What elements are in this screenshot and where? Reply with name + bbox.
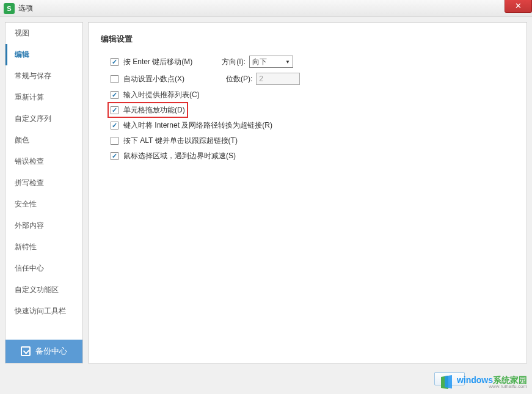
sidebar: 视图 编辑 常规与保存 重新计算 自定义序列 颜色 错误检查 拼写检查 安全性 … (5, 22, 83, 363)
option-alt-click-hyperlink: 按下 ALT 键并单击以跟踪超链接(T) (101, 133, 514, 148)
label-alt-click-hyperlink[interactable]: 按下 ALT 键并单击以跟踪超链接(T) (123, 136, 238, 146)
sidebar-item-custom-list[interactable]: 自定义序列 (5, 108, 82, 130)
panel-title: 编辑设置 (101, 34, 514, 45)
checkbox-enter-move[interactable] (111, 58, 118, 66)
backup-icon (21, 346, 31, 356)
option-auto-decimal: 自动设置小数点(X) 位数(P): 2 (101, 70, 514, 87)
direction-field: 方向(I): 向下 ▼ (222, 56, 293, 68)
checkbox-mouse-decelerate[interactable] (111, 152, 118, 160)
option-recommend-list: 输入时提供推荐列表(C) (101, 87, 514, 103)
sidebar-item-error-check[interactable]: 错误检查 (5, 151, 82, 172)
label-recommend-list[interactable]: 输入时提供推荐列表(C) (123, 90, 200, 100)
sidebar-item-view[interactable]: 视图 (5, 23, 82, 44)
label-hyperlink-convert[interactable]: 键入时将 Internet 及网络路径转换为超链接(R) (123, 120, 272, 131)
close-button[interactable]: ✕ (505, 0, 532, 13)
sidebar-item-recalculate[interactable]: 重新计算 (5, 87, 82, 108)
checkbox-hyperlink-convert[interactable] (111, 122, 118, 130)
direction-label: 方向(I): (222, 57, 246, 67)
watermark-sub: www.ruihaifu.com (457, 384, 527, 389)
watermark: windows系统家园 www.ruihaifu.com (440, 374, 527, 390)
backup-center-button[interactable]: 备份中心 (5, 340, 82, 363)
checkbox-recommend-list[interactable] (111, 91, 118, 99)
sidebar-item-spell-check[interactable]: 拼写检查 (5, 172, 82, 194)
option-hyperlink-convert: 键入时将 Internet 及网络路径转换为超链接(R) (101, 118, 514, 133)
sidebar-item-edit[interactable]: 编辑 (5, 44, 82, 65)
sidebar-item-customize-ribbon[interactable]: 自定义功能区 (5, 279, 82, 301)
sidebar-item-new-features[interactable]: 新特性 (5, 236, 82, 258)
chevron-down-icon: ▼ (285, 59, 290, 65)
watermark-text: windows系统家园 www.ruihaifu.com (457, 376, 527, 389)
checkbox-alt-click-hyperlink[interactable] (111, 137, 118, 145)
option-mouse-decelerate: 鼠标选择区域，遇到边界时减速(S) (101, 148, 514, 164)
close-icon: ✕ (515, 1, 522, 10)
content-panel: 编辑设置 按 Enter 键后移动(M) 方向(I): 向下 ▼ 自动设置小数点… (88, 22, 527, 363)
sidebar-item-general-save[interactable]: 常规与保存 (5, 65, 82, 87)
digits-value: 2 (259, 75, 263, 83)
option-cell-drag: 单元格拖放功能(D) (101, 103, 514, 118)
sidebar-item-external-content[interactable]: 外部内容 (5, 215, 82, 236)
sidebar-item-color[interactable]: 颜色 (5, 130, 82, 151)
label-mouse-decelerate[interactable]: 鼠标选择区域，遇到边界时减速(S) (123, 151, 236, 161)
checkbox-cell-drag[interactable] (111, 106, 118, 114)
watermark-main: windows系统家园 (457, 376, 527, 384)
app-icon: S (4, 3, 15, 14)
sidebar-item-quick-access[interactable]: 快速访问工具栏 (5, 301, 82, 322)
direction-select[interactable]: 向下 ▼ (249, 56, 293, 68)
label-cell-drag[interactable]: 单元格拖放功能(D) (123, 105, 185, 115)
label-enter-move[interactable]: 按 Enter 键后移动(M) (123, 57, 192, 67)
sidebar-item-security[interactable]: 安全性 (5, 194, 82, 215)
checkbox-auto-decimal[interactable] (111, 75, 118, 83)
direction-value: 向下 (252, 57, 267, 67)
titlebar: S 选项 ✕ (0, 0, 532, 17)
label-auto-decimal[interactable]: 自动设置小数点(X) (123, 74, 184, 84)
digits-label: 位数(P): (226, 74, 252, 84)
digits-field: 位数(P): 2 (226, 73, 300, 85)
main-container: 视图 编辑 常规与保存 重新计算 自定义序列 颜色 错误检查 拼写检查 安全性 … (0, 17, 532, 368)
sidebar-item-trust-center[interactable]: 信任中心 (5, 258, 82, 279)
window-title: 选项 (18, 3, 33, 13)
watermark-logo-icon (440, 374, 456, 390)
option-enter-move: 按 Enter 键后移动(M) 方向(I): 向下 ▼ (101, 53, 514, 70)
backup-label: 备份中心 (35, 346, 67, 357)
digits-input: 2 (256, 73, 300, 85)
sidebar-spacer (5, 322, 82, 340)
